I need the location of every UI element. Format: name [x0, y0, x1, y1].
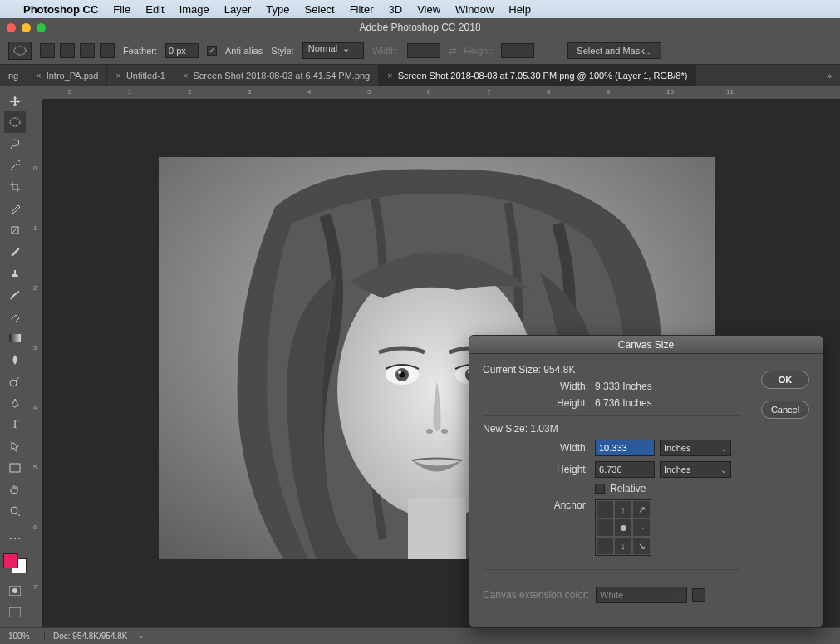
new-width-label: Width:: [483, 442, 595, 454]
traffic-lights: [7, 23, 46, 32]
relative-checkbox[interactable]: [595, 484, 605, 494]
doc-tab-4[interactable]: ×Screen Shot 2018-08-03 at 7.05.30 PM.pn…: [379, 65, 696, 86]
doc-tab-2[interactable]: ×Untitled-1: [107, 65, 174, 86]
doc-tab-1[interactable]: ×Intro_PA.psd: [27, 65, 107, 86]
zoom-tool-icon[interactable]: [4, 500, 26, 522]
close-tab-icon[interactable]: ×: [115, 71, 120, 81]
anchor-center[interactable]: [614, 519, 632, 537]
height-unit-select[interactable]: Inches: [660, 461, 731, 478]
quick-mask-icon[interactable]: [4, 580, 26, 602]
antialias-label: Anti-alias: [225, 46, 263, 56]
anchor-se[interactable]: ↘: [632, 537, 651, 555]
menu-layer[interactable]: Layer: [224, 3, 252, 16]
status-bar: 100% Doc: 954.8K/954.8K ▸: [0, 627, 840, 644]
menu-file[interactable]: File: [113, 3, 130, 16]
ruler-vertical[interactable]: 0 1 2 3 4 5 6 7: [30, 100, 43, 627]
current-tool-icon[interactable]: [8, 42, 32, 60]
close-tab-icon[interactable]: ×: [183, 71, 188, 81]
marquee-tool-icon[interactable]: [4, 111, 26, 133]
foreground-color[interactable]: [3, 553, 18, 568]
move-tool-icon[interactable]: [4, 90, 26, 111]
screen-mode-icon[interactable]: [4, 602, 26, 623]
svg-rect-3: [9, 334, 21, 342]
brush-tool-icon[interactable]: [4, 241, 26, 263]
menu-select[interactable]: Select: [304, 3, 334, 16]
doc-tab-3[interactable]: ×Screen Shot 2018-08-03 at 6.41.54 PM.pn…: [174, 65, 379, 86]
hand-tool-icon[interactable]: [4, 479, 26, 500]
anchor-s[interactable]: ↓: [614, 537, 632, 555]
selection-mode-icons[interactable]: [40, 43, 115, 58]
menu-view[interactable]: View: [417, 3, 440, 16]
menu-type[interactable]: Type: [266, 3, 289, 16]
menu-image[interactable]: Image: [179, 3, 209, 16]
eraser-tool-icon[interactable]: [4, 306, 26, 327]
zoom-level[interactable]: 100%: [3, 632, 45, 641]
svg-point-22: [441, 429, 448, 434]
shape-tool-icon[interactable]: [4, 457, 26, 479]
antialias-checkbox[interactable]: ✓: [207, 46, 217, 56]
path-selection-tool-icon[interactable]: [4, 435, 26, 457]
style-select[interactable]: Normal ⌄: [302, 42, 365, 59]
doc-tab-0[interactable]: ng: [0, 65, 27, 86]
crop-tool-icon[interactable]: [4, 176, 26, 198]
new-height-label: Height:: [483, 464, 595, 475]
history-brush-tool-icon[interactable]: [4, 284, 26, 306]
new-size-label: New Size: 1.03M: [483, 423, 740, 435]
ruler-horizontal[interactable]: 0 1 2 3 4 5 6 7 8 9 10 11: [43, 86, 840, 100]
new-width-input[interactable]: [595, 440, 655, 456]
clone-stamp-tool-icon[interactable]: [4, 263, 26, 284]
svg-rect-5: [10, 464, 20, 472]
cancel-button[interactable]: Cancel: [761, 401, 809, 419]
extension-color-swatch: [692, 588, 705, 602]
menu-filter[interactable]: Filter: [350, 3, 374, 16]
pen-tool-icon[interactable]: [4, 392, 26, 414]
close-tab-icon[interactable]: ×: [387, 71, 392, 81]
menu-3d[interactable]: 3D: [389, 3, 403, 16]
lasso-tool-icon[interactable]: [4, 133, 26, 155]
tabs-overflow-icon[interactable]: »: [818, 65, 840, 86]
anchor-e[interactable]: →: [632, 519, 651, 537]
blur-tool-icon[interactable]: [4, 349, 26, 371]
type-tool-icon[interactable]: T: [4, 414, 26, 435]
close-tab-icon[interactable]: ×: [36, 71, 41, 81]
menu-edit[interactable]: Edit: [145, 3, 164, 16]
new-height-input[interactable]: [595, 461, 655, 478]
swap-icon: ⇄: [449, 46, 456, 57]
dodge-tool-icon[interactable]: [4, 371, 26, 392]
menu-help[interactable]: Help: [508, 3, 531, 16]
color-swatch[interactable]: [3, 553, 27, 573]
anchor-ne[interactable]: ↗: [632, 500, 651, 519]
titlebar: Adobe Photoshop CC 2018: [0, 18, 840, 37]
healing-brush-tool-icon[interactable]: [4, 219, 26, 241]
minimize-icon[interactable]: [22, 23, 31, 32]
height-input: [501, 43, 534, 58]
maximize-icon[interactable]: [37, 23, 46, 32]
app-name[interactable]: Photoshop CC: [23, 3, 98, 16]
eyedropper-tool-icon[interactable]: [4, 198, 26, 219]
feather-input[interactable]: [165, 43, 199, 58]
cur-width-value: 9.333 Inches: [595, 381, 652, 392]
anchor-w[interactable]: [596, 519, 614, 537]
close-icon[interactable]: [7, 23, 16, 32]
svg-point-1: [10, 118, 20, 126]
anchor-sw[interactable]: [596, 537, 614, 555]
dialog-title: Canvas Size: [469, 336, 823, 354]
edit-toolbar-icon[interactable]: ⋯: [4, 527, 26, 548]
doc-info-chevron-icon[interactable]: ▸: [140, 632, 144, 641]
tools-panel: T ⋯: [0, 86, 30, 627]
select-and-mask-button[interactable]: Select and Mask...: [567, 42, 661, 59]
menu-window[interactable]: Window: [455, 3, 494, 16]
svg-rect-12: [408, 498, 466, 559]
anchor-nw[interactable]: [596, 500, 614, 519]
ok-button[interactable]: OK: [761, 371, 809, 389]
width-unit-select[interactable]: Inches: [660, 440, 731, 456]
anchor-grid[interactable]: ↑ ↗ → ↓ ↘: [595, 499, 651, 556]
gradient-tool-icon[interactable]: [4, 327, 26, 349]
svg-point-6: [11, 507, 17, 514]
anchor-n[interactable]: ↑: [614, 500, 632, 519]
magic-wand-tool-icon[interactable]: [4, 155, 26, 176]
doc-info[interactable]: Doc: 954.8K/954.8K: [45, 632, 136, 641]
width-input: [407, 43, 440, 58]
svg-point-8: [12, 588, 17, 593]
ruler-origin[interactable]: [30, 86, 43, 100]
